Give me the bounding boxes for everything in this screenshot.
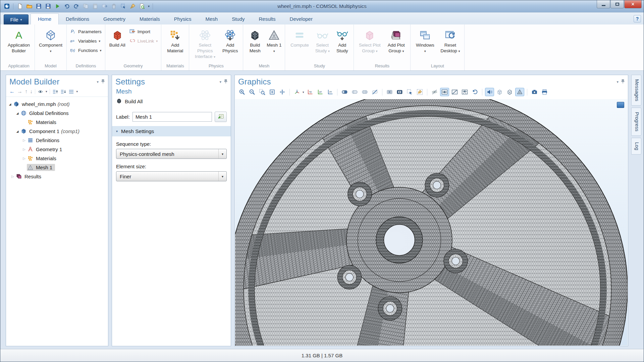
pin-icon[interactable] <box>621 79 625 85</box>
display-option-off-button[interactable] <box>370 88 379 96</box>
panel-menu-icon[interactable]: ▾ <box>616 80 619 84</box>
copy-button[interactable] <box>81 2 90 10</box>
add-material-button[interactable]: Add Material <box>163 26 187 58</box>
delete-button[interactable] <box>109 2 118 10</box>
tab-physics[interactable]: Physics <box>167 14 199 24</box>
tree-item-global-definitions[interactable]: ◢ Global Definitions <box>7 109 107 118</box>
variables-button[interactable]: a= Variables ▾ <box>70 37 102 45</box>
collapse-all-button[interactable] <box>52 89 58 95</box>
expander-icon[interactable]: ◢ <box>15 130 20 133</box>
component-button[interactable]: Component ▾ <box>37 26 64 58</box>
view-yz-button[interactable]: yz <box>315 88 324 96</box>
zoom-in-button[interactable] <box>237 88 247 96</box>
go-to-view-button[interactable] <box>292 88 302 96</box>
expander-icon[interactable]: ◢ <box>7 103 13 106</box>
element-size-select[interactable]: Finer ▾ <box>116 171 227 181</box>
display-option-solid-button[interactable] <box>340 88 349 96</box>
functions-button[interactable]: f(x) Functions ▾ <box>70 47 102 54</box>
image-snapshot-button[interactable] <box>530 88 539 96</box>
view-hidden-button[interactable] <box>450 88 459 96</box>
undo-button[interactable] <box>62 2 71 10</box>
add-plot-group-button[interactable]: Add Plot Group ▾ <box>384 26 408 58</box>
tab-messages[interactable]: Messages <box>631 75 641 106</box>
mesh-label-input[interactable] <box>132 112 212 122</box>
report-button[interactable] <box>138 2 146 10</box>
tree-item-materials-component[interactable]: ▷ Materials <box>7 154 107 163</box>
panel-menu-icon[interactable]: ▾ <box>219 80 221 84</box>
help-button[interactable]: ? <box>634 15 641 22</box>
transparency-button[interactable] <box>495 88 504 96</box>
mesh-1-button[interactable]: Mesh 1 ▾ <box>265 26 283 58</box>
tab-results[interactable]: Results <box>252 14 283 24</box>
tab-geometry[interactable]: Geometry <box>96 14 132 24</box>
tree-item-component-1[interactable]: ◢ Component 1 (comp1) <box>7 127 107 136</box>
add-physics-button[interactable]: Add Physics <box>219 26 241 58</box>
livelink-button[interactable]: LiveLink ▾ <box>129 37 158 45</box>
tree-item-definitions[interactable]: ▷ Definitions <box>7 136 107 145</box>
clear-selection-button[interactable] <box>415 88 424 96</box>
mesh-rendering-button[interactable] <box>515 88 524 96</box>
rename-button[interactable] <box>215 112 227 122</box>
expander-icon[interactable]: ▷ <box>21 147 27 151</box>
tab-progress[interactable]: Progress <box>631 108 641 136</box>
run-button[interactable] <box>53 2 62 10</box>
move-up-button[interactable]: ↑ <box>25 88 28 95</box>
build-mesh-button[interactable]: Build Mesh <box>245 26 265 58</box>
reset-view-button[interactable] <box>470 88 479 96</box>
select-study-button[interactable]: Select Study ▾ <box>313 26 332 58</box>
move-down-button[interactable]: ↓ <box>30 88 33 95</box>
build-all-button[interactable]: Build All <box>107 26 127 58</box>
file-menu-button[interactable]: File ▾ <box>4 14 29 24</box>
add-study-button[interactable]: Add Study <box>333 26 352 58</box>
back-button[interactable]: ← <box>9 88 15 95</box>
forward-button[interactable]: → <box>17 88 22 95</box>
zoom-extents-button[interactable] <box>268 88 277 96</box>
hide-selected-button[interactable] <box>430 88 439 96</box>
select-frame-button[interactable] <box>119 2 127 10</box>
scene-light-button[interactable] <box>485 88 494 96</box>
dropdown-arrow-icon[interactable]: ▾ <box>76 90 78 93</box>
maximize-button[interactable] <box>610 0 624 8</box>
tree-item-materials-global[interactable]: Materials <box>7 118 107 127</box>
tab-materials[interactable]: Materials <box>132 14 167 24</box>
application-builder-button[interactable]: A Application Builder <box>5 26 33 58</box>
reset-hiding-button[interactable] <box>460 88 469 96</box>
tab-study[interactable]: Study <box>225 14 252 24</box>
qat-overflow-button[interactable]: ▾ <box>147 4 151 8</box>
minimize-button[interactable] <box>597 0 610 8</box>
graphics-canvas[interactable] <box>235 99 628 346</box>
duplicate-button[interactable] <box>100 2 109 10</box>
clear-selection-button[interactable] <box>128 2 137 10</box>
expander-icon[interactable]: ◢ <box>15 112 20 115</box>
expander-icon[interactable]: ▷ <box>21 138 27 142</box>
close-button[interactable]: × <box>624 0 642 8</box>
title-bar[interactable]: wheel_rim.mph - COMSOL Multiphysics ▾ × <box>0 0 644 12</box>
new-file-button[interactable] <box>15 2 24 10</box>
tree-item-results[interactable]: ▷ Results <box>7 172 107 181</box>
zoom-box-button[interactable] <box>258 88 267 96</box>
expand-all-button[interactable] <box>60 89 66 95</box>
redo-button[interactable] <box>72 2 80 10</box>
expander-icon[interactable]: ▷ <box>21 157 27 160</box>
save-button[interactable] <box>34 2 43 10</box>
scene-capture-button[interactable] <box>385 88 394 96</box>
tree-item-geometry-1[interactable]: ▷ Geometry 1 <box>7 145 107 154</box>
tab-developer[interactable]: Developer <box>283 14 320 24</box>
tree-item-root[interactable]: ◢ wheel_rim.mph (root) <box>7 100 107 109</box>
save-as-button[interactable] <box>44 2 52 10</box>
pin-icon[interactable] <box>101 79 105 85</box>
sequence-type-select[interactable]: Physics-controlled mesh ▾ <box>116 149 227 159</box>
tab-mesh[interactable]: Mesh <box>198 14 225 24</box>
wireframe-button[interactable] <box>505 88 514 96</box>
snapshot-overlay-icon[interactable] <box>617 102 624 108</box>
print-button[interactable] <box>540 88 549 96</box>
build-all-settings-button[interactable]: Build All <box>112 97 231 108</box>
view-xy-button[interactable]: xy <box>305 88 314 96</box>
zoom-out-button[interactable] <box>248 88 257 96</box>
import-button[interactable]: Import <box>129 28 158 35</box>
display-option-sections-button[interactable] <box>360 88 369 96</box>
tree-item-mesh-1[interactable]: Mesh 1 <box>7 163 107 172</box>
scene-capture-dark-button[interactable] <box>395 88 404 96</box>
dropdown-arrow-icon[interactable]: ▾ <box>46 90 47 93</box>
zoom-selected-button[interactable] <box>278 88 287 96</box>
